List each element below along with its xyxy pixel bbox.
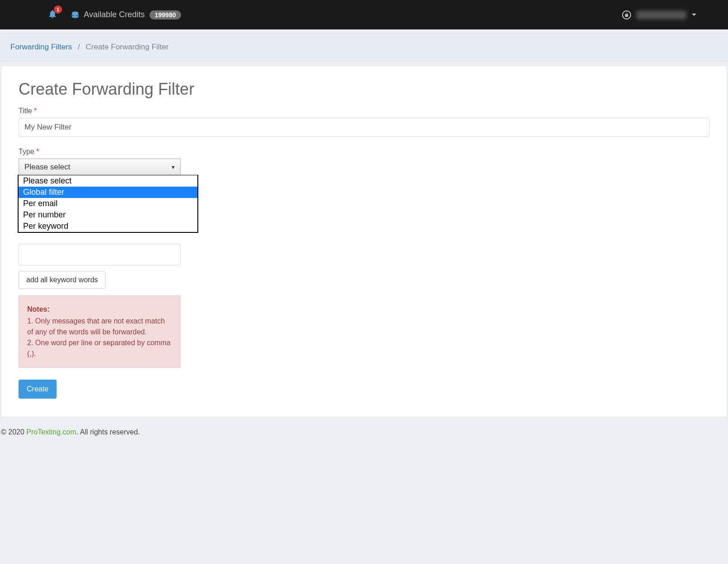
notes-line-2: 2. One word per line or separated by com… — [27, 337, 172, 359]
svg-point-2 — [72, 15, 78, 18]
breadcrumb-current: Create Forwarding Filter — [86, 43, 168, 51]
database-icon — [71, 11, 79, 19]
notes-title: Notes: — [27, 304, 172, 315]
credits-display[interactable]: Available Credits 199980 — [71, 10, 181, 19]
type-option[interactable]: Per number — [19, 209, 197, 221]
words-textarea[interactable] — [19, 244, 181, 265]
add-all-keywords-button[interactable]: add all keyword words — [19, 271, 105, 289]
type-select-wrapper: Please select ▼ Please selectGlobal filt… — [19, 159, 181, 176]
lock-icon — [622, 10, 631, 19]
top-bar-left: 1 Available Credits 199980 — [48, 9, 181, 20]
footer-brand-link[interactable]: ProTexting.com — [26, 428, 76, 436]
type-option[interactable]: Please select — [19, 175, 197, 187]
top-bar: 1 Available Credits 199980 — [0, 0, 728, 29]
content-panel: Create Forwarding Filter Title * Type * … — [1, 66, 727, 417]
type-option[interactable]: Global filter — [19, 187, 197, 198]
svg-point-1 — [72, 14, 78, 16]
notifications-button[interactable]: 1 — [48, 9, 57, 20]
notes-box: Notes: 1. Only messages that are not exa… — [19, 295, 181, 368]
title-input[interactable] — [19, 118, 709, 137]
credits-badge: 199980 — [149, 10, 182, 19]
type-field-label: Type * — [19, 148, 709, 156]
type-dropdown: Please selectGlobal filterPer emailPer n… — [18, 175, 198, 233]
credits-label: Available Credits — [84, 10, 145, 19]
page-title: Create Forwarding Filter — [19, 80, 709, 99]
user-name — [637, 11, 686, 19]
type-select[interactable]: Please select — [19, 159, 181, 176]
breadcrumb-separator: / — [78, 43, 80, 51]
create-button[interactable]: Create — [19, 380, 57, 399]
breadcrumb: Forwarding Filters / Create Forwarding F… — [1, 33, 727, 61]
type-option[interactable]: Per email — [19, 198, 197, 209]
type-option[interactable]: Per keyword — [19, 221, 197, 232]
footer-suffix: . All rights reserved. — [77, 428, 140, 436]
footer: © 2020 ProTexting.com. All rights reserv… — [0, 417, 728, 447]
footer-prefix: © 2020 — [1, 428, 26, 436]
user-menu[interactable] — [622, 10, 696, 19]
required-indicator: * — [34, 107, 37, 115]
notification-badge: 1 — [54, 5, 62, 14]
chevron-down-icon — [692, 14, 696, 16]
breadcrumb-parent-link[interactable]: Forwarding Filters — [10, 43, 72, 51]
notes-line-1: 1. Only messages that are not exact matc… — [27, 316, 172, 337]
required-indicator: * — [36, 148, 39, 155]
title-field-label: Title * — [19, 107, 709, 115]
